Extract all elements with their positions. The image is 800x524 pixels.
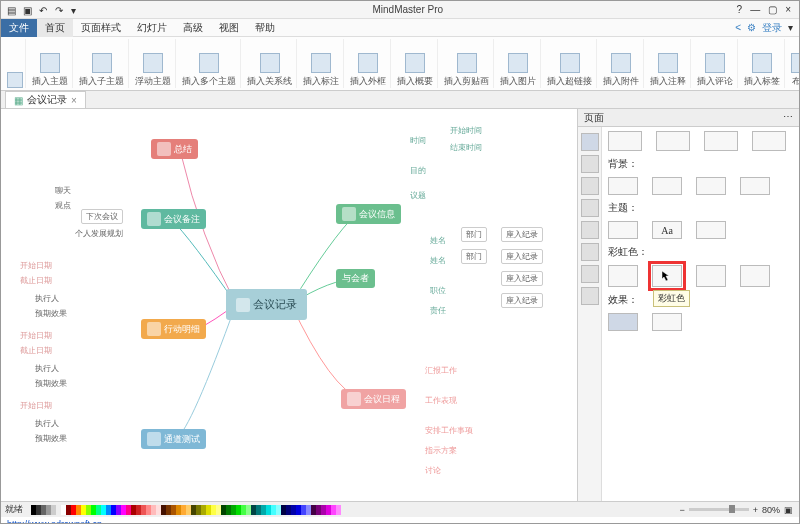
sidetab-layout[interactable]: [581, 155, 599, 173]
layout-opt-3[interactable]: [704, 131, 738, 151]
theme-opt-1[interactable]: [608, 221, 638, 239]
bg-opt-1[interactable]: [608, 177, 638, 195]
footer-link[interactable]: http://www.edrawsoft.cn: [7, 519, 102, 524]
theme-opt-2[interactable]: Aa: [652, 221, 682, 239]
max-icon[interactable]: ▢: [768, 4, 777, 15]
callout-icon[interactable]: [311, 53, 331, 73]
hyperlink-icon[interactable]: [560, 53, 580, 73]
theme-opt-3[interactable]: [696, 221, 726, 239]
help-icon[interactable]: ?: [737, 4, 743, 15]
leaf[interactable]: 讨论: [421, 464, 445, 477]
sidetab-icon[interactable]: [581, 177, 599, 195]
layout-icon[interactable]: [791, 53, 800, 73]
leaf[interactable]: 部门: [461, 249, 487, 264]
comment-icon[interactable]: [705, 53, 725, 73]
leaf[interactable]: 责任: [426, 304, 450, 317]
insert-topic-icon[interactable]: [40, 53, 60, 73]
relation-icon[interactable]: [260, 53, 280, 73]
leaf[interactable]: 时间: [406, 134, 430, 147]
bg-opt-3[interactable]: [696, 177, 726, 195]
leaf[interactable]: 座入纪录: [501, 293, 543, 308]
rainbow-opt-3[interactable]: [696, 265, 726, 287]
menu-slides[interactable]: 幻灯片: [129, 19, 175, 37]
leaf[interactable]: 安排工作事项: [421, 424, 477, 437]
branch-agenda[interactable]: 会议日程: [341, 389, 406, 409]
leaf[interactable]: 聊天: [51, 184, 75, 197]
branch-test[interactable]: 通道测试: [141, 429, 206, 449]
leaf[interactable]: 座入纪录: [501, 271, 543, 286]
leaf[interactable]: 部门: [461, 227, 487, 242]
layout-opt-2[interactable]: [656, 131, 690, 151]
leaf[interactable]: 截止日期: [16, 344, 56, 357]
zoom-out-icon[interactable]: −: [679, 505, 684, 515]
leaf[interactable]: 座入纪录: [501, 249, 543, 264]
qa-more-icon[interactable]: ▾: [71, 5, 81, 15]
leaf[interactable]: 议题: [406, 189, 430, 202]
leaf[interactable]: 姓名: [426, 254, 450, 267]
summary-icon[interactable]: [405, 53, 425, 73]
qa-redo-icon[interactable]: ↷: [55, 5, 65, 15]
leaf[interactable]: 姓名: [426, 234, 450, 247]
leaf[interactable]: 下次会议: [81, 209, 123, 224]
sidetab-outline[interactable]: [581, 221, 599, 239]
swatch[interactable]: [336, 505, 341, 515]
rainbow-opt-4[interactable]: [740, 265, 770, 287]
bg-opt-4[interactable]: [740, 177, 770, 195]
file-menu[interactable]: 文件: [1, 19, 37, 37]
leaf[interactable]: 开始日期: [16, 259, 56, 272]
sidetab-clipart[interactable]: [581, 199, 599, 217]
tag-icon[interactable]: [752, 53, 772, 73]
rainbow-opt-1[interactable]: [608, 265, 638, 287]
canvas[interactable]: 会议记录 总结 会议备注 行动明细 通道测试 会议信息 与会者 会议日程 聊天 …: [1, 109, 577, 501]
branch-info[interactable]: 会议信息: [336, 204, 401, 224]
sidetab-search[interactable]: [581, 287, 599, 305]
qa-undo-icon[interactable]: ↶: [39, 5, 49, 15]
multi-topic-icon[interactable]: [199, 53, 219, 73]
sidetab-style[interactable]: [581, 133, 599, 151]
sidetab-task[interactable]: [581, 243, 599, 261]
leaf[interactable]: 目的: [406, 164, 430, 177]
leaf[interactable]: 执行人: [31, 292, 63, 305]
center-topic[interactable]: 会议记录: [226, 289, 307, 320]
branch-attendees[interactable]: 与会者: [336, 269, 375, 288]
close-icon[interactable]: ×: [785, 4, 791, 15]
effect-opt-1[interactable]: [608, 313, 638, 331]
leaf[interactable]: 截止日期: [16, 274, 56, 287]
branch-notes[interactable]: 会议备注: [141, 209, 206, 229]
leaf[interactable]: 结束时间: [446, 141, 486, 154]
leaf[interactable]: 开始日期: [16, 329, 56, 342]
leaf[interactable]: 工作表现: [421, 394, 461, 407]
leaf[interactable]: 汇报工作: [421, 364, 461, 377]
clipart-icon[interactable]: [457, 53, 477, 73]
insert-subtopic-icon[interactable]: [92, 53, 112, 73]
leaf[interactable]: 职位: [426, 284, 450, 297]
menu-advanced[interactable]: 高级: [175, 19, 211, 37]
branch-action[interactable]: 行动明细: [141, 319, 206, 339]
qa-doc-icon[interactable]: ▤: [7, 5, 17, 15]
image-icon[interactable]: [508, 53, 528, 73]
sidetab-history[interactable]: [581, 265, 599, 283]
rainbow-opt-2[interactable]: 彩虹色: [652, 265, 682, 287]
login-dropdown-icon[interactable]: ▾: [788, 22, 793, 33]
leaf[interactable]: 观点: [51, 199, 75, 212]
attachment-icon[interactable]: [611, 53, 631, 73]
tab-close-icon[interactable]: ×: [71, 95, 77, 106]
leaf[interactable]: 开始日期: [16, 399, 56, 412]
leaf[interactable]: 个人发展规划: [71, 227, 127, 240]
menu-help[interactable]: 帮助: [247, 19, 283, 37]
leaf[interactable]: 执行人: [31, 362, 63, 375]
note-icon[interactable]: [658, 53, 678, 73]
side-menu-icon[interactable]: ⋯: [783, 111, 793, 124]
float-topic-icon[interactable]: [143, 53, 163, 73]
layout-opt-1[interactable]: [608, 131, 642, 151]
qa-save-icon[interactable]: ▣: [23, 5, 33, 15]
leaf[interactable]: 预期效果: [31, 377, 71, 390]
boundary-icon[interactable]: [358, 53, 378, 73]
effect-opt-2[interactable]: [652, 313, 682, 331]
layout-opt-4[interactable]: [752, 131, 786, 151]
menu-view[interactable]: 视图: [211, 19, 247, 37]
leaf[interactable]: 座入纪录: [501, 227, 543, 242]
paste-icon[interactable]: [7, 72, 23, 88]
menu-pagestyle[interactable]: 页面样式: [73, 19, 129, 37]
leaf[interactable]: 开始时间: [446, 124, 486, 137]
